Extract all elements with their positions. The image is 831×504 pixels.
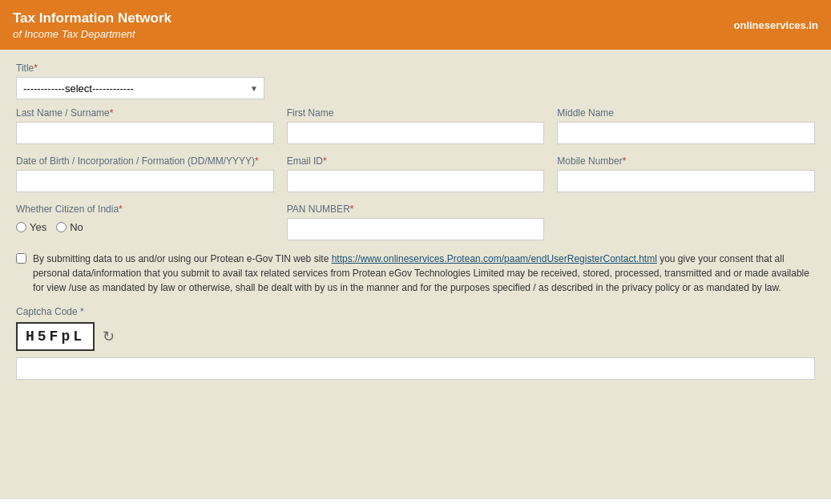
header-site-url: onlineservices.in	[734, 19, 819, 31]
pan-col: PAN NUMBER*	[287, 204, 545, 240]
consent-checkbox[interactable]	[16, 253, 26, 264]
captcha-refresh-icon[interactable]: ↻	[103, 328, 115, 345]
first-name-label: First Name	[287, 107, 545, 119]
page-header: Tax Information Network of Income Tax De…	[0, 0, 831, 50]
name-row: Last Name / Surname* First Name Middle N…	[16, 107, 815, 144]
header-title-main: Tax Information Network	[13, 10, 171, 27]
middle-name-col: Middle Name	[557, 107, 815, 144]
consent-section: By submitting data to us and/or using ou…	[16, 252, 815, 295]
pan-spacer	[557, 204, 815, 240]
dob-label: Date of Birth / Incorporation / Formatio…	[16, 155, 274, 167]
first-name-col: First Name	[287, 107, 545, 144]
title-label: Title*	[16, 62, 815, 74]
mobile-col: Mobile Number*	[557, 155, 815, 192]
captcha-row: H5FpL ↻	[16, 322, 815, 351]
form-container: Title* ------------select------------ Mr…	[0, 50, 831, 498]
citizen-label: Whether Citizen of India*	[16, 204, 274, 215]
mobile-label: Mobile Number*	[557, 155, 815, 167]
header-title-sub: of Income Tax Department	[13, 28, 171, 40]
citizen-radio-group: Yes No	[16, 221, 274, 233]
citizen-no-radio[interactable]	[56, 222, 67, 232]
citizen-yes-option[interactable]: Yes	[16, 221, 46, 233]
mobile-input[interactable]	[557, 170, 815, 192]
email-input[interactable]	[287, 170, 545, 192]
captcha-label: Captcha Code *	[16, 306, 815, 317]
pan-label: PAN NUMBER*	[287, 204, 545, 215]
first-name-input[interactable]	[287, 122, 545, 144]
middle-name-label: Middle Name	[557, 107, 815, 119]
captcha-input[interactable]	[16, 357, 815, 380]
dob-email-mobile-row: Date of Birth / Incorporation / Formatio…	[16, 155, 815, 192]
last-name-input[interactable]	[16, 122, 274, 144]
consent-text: By submitting data to us and/or using ou…	[33, 252, 815, 295]
captcha-image: H5FpL	[16, 322, 95, 351]
citizen-yes-radio[interactable]	[16, 222, 26, 232]
citizen-col: Whether Citizen of India* Yes No	[16, 204, 274, 240]
last-name-col: Last Name / Surname*	[16, 107, 274, 144]
captcha-section: Captcha Code * H5FpL ↻	[16, 306, 815, 380]
logo: Tax Information Network of Income Tax De…	[13, 10, 171, 39]
email-label: Email ID*	[287, 155, 545, 167]
dob-input[interactable]	[16, 170, 274, 192]
dob-col: Date of Birth / Incorporation / Formatio…	[16, 155, 274, 192]
title-field-section: Title* ------------select------------ Mr…	[16, 62, 815, 99]
consent-link[interactable]: https://www.onlineservices.Protean.com/p…	[332, 253, 657, 264]
email-col: Email ID*	[287, 155, 545, 192]
citizen-no-option[interactable]: No	[56, 221, 83, 233]
button-row: Reset Submit	[0, 498, 831, 504]
citizen-pan-row: Whether Citizen of India* Yes No PAN NUM…	[16, 204, 815, 240]
last-name-label: Last Name / Surname*	[16, 107, 274, 119]
pan-input[interactable]	[287, 218, 545, 240]
middle-name-input[interactable]	[557, 122, 815, 144]
title-select[interactable]: ------------select------------ Mr Mrs Ms…	[16, 77, 264, 99]
title-select-wrapper: ------------select------------ Mr Mrs Ms…	[16, 77, 264, 99]
